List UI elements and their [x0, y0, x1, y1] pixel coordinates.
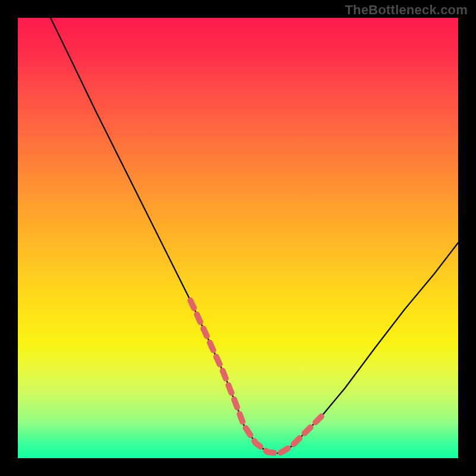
optimal-range-marker — [190, 300, 321, 453]
watermark-text: TheBottleneck.com — [345, 2, 468, 18]
bottleneck-curve — [51, 18, 458, 453]
curve-svg — [18, 18, 458, 458]
chart-frame: TheBottleneck.com — [0, 0, 476, 476]
plot-area — [18, 18, 458, 458]
